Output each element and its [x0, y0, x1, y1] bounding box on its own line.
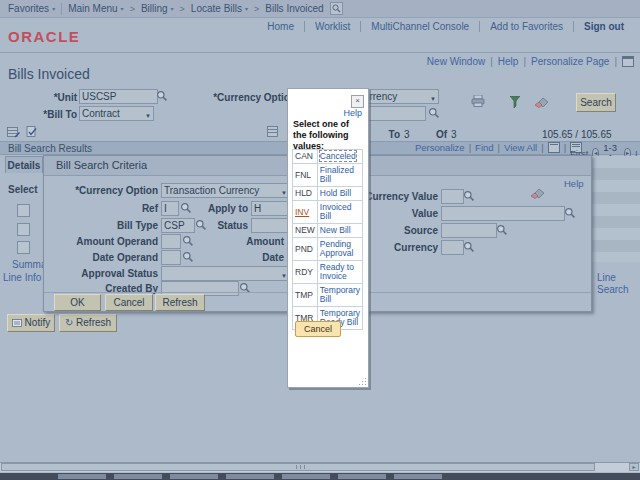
- dlg-amount-operand-input[interactable]: [161, 234, 181, 249]
- grid-action-icon[interactable]: [7, 127, 20, 138]
- notify-button[interactable]: Notify: [7, 314, 55, 332]
- taskbar-item: [114, 474, 162, 479]
- breadcrumb-main-menu[interactable]: Main Menu ▾: [68, 3, 123, 14]
- eraser-icon[interactable]: [534, 97, 549, 108]
- print-icon[interactable]: [471, 95, 485, 107]
- find-link[interactable]: Find: [475, 142, 493, 153]
- value-label[interactable]: New Bill: [320, 225, 351, 235]
- table-row[interactable]: NEW New Bill: [293, 224, 363, 238]
- dlg-ref-input[interactable]: I: [161, 201, 179, 216]
- application-window: Favorites ▾ Main Menu ▾ > Billing ▾ > Lo…: [0, 0, 640, 480]
- dlg-amount-operand-lookup-icon[interactable]: [182, 235, 194, 247]
- dlg-currency-input[interactable]: [441, 240, 464, 255]
- scrollbar-right-arrow[interactable]: ▸: [629, 463, 639, 471]
- table-row[interactable]: CAN Canceled: [293, 150, 363, 164]
- resize-grip[interactable]: [359, 378, 366, 385]
- new-window-link[interactable]: New Window: [427, 56, 485, 67]
- unit-lookup-icon[interactable]: [156, 90, 168, 102]
- personalize-page-link[interactable]: Personalize Page: [531, 56, 609, 67]
- value-label[interactable]: Finalized Bill: [320, 165, 354, 184]
- nav-add-to-favorites[interactable]: Add to Favorites: [480, 21, 573, 32]
- dlg-source-lookup-icon[interactable]: [496, 224, 508, 236]
- search-button[interactable]: Search: [576, 93, 616, 112]
- help-link[interactable]: Help: [498, 56, 519, 67]
- download-grid-icon[interactable]: [267, 126, 278, 137]
- value-label[interactable]: Temporary Bill: [320, 285, 360, 304]
- dropdown-arrow-icon: ▼: [145, 110, 151, 121]
- taskbar-item: [58, 474, 106, 479]
- table-row[interactable]: TMP Temporary Bill: [293, 284, 363, 307]
- dlg-currency-lookup-icon[interactable]: [463, 241, 475, 253]
- value-code: FNL: [295, 170, 311, 180]
- invoice-lookup-icon[interactable]: [428, 107, 440, 119]
- personalize-link[interactable]: Personalize: [415, 142, 465, 153]
- table-row[interactable]: HLD Hold Bill: [293, 187, 363, 201]
- value-code: RDY: [295, 267, 313, 277]
- nav-multichannel-console[interactable]: MultiChannel Console: [361, 21, 479, 32]
- value-label[interactable]: Invoiced Bill: [320, 202, 352, 221]
- breadcrumb-bills-invoiced[interactable]: Bills Invoiced: [265, 3, 323, 14]
- page-check-icon[interactable]: [26, 126, 38, 138]
- value-label[interactable]: Hold Bill: [320, 188, 351, 198]
- dialog-refresh-button[interactable]: Refresh: [155, 294, 205, 311]
- bill-to-label: *Bill To: [0, 108, 77, 121]
- dlg-status-label: Status: [184, 219, 248, 232]
- dialog-help-link[interactable]: Help: [564, 178, 584, 190]
- dlg-date-label: Date: [224, 251, 284, 264]
- dlg-date-operand-input[interactable]: [161, 250, 181, 265]
- to-label: To: [380, 128, 400, 141]
- dlg-source-input[interactable]: [441, 223, 497, 238]
- view-all-link[interactable]: View All: [504, 142, 537, 153]
- results-section-title: Bill Search Results: [8, 142, 92, 155]
- row-checkbox-1[interactable]: [17, 204, 30, 217]
- tab-details[interactable]: Details: [5, 156, 43, 173]
- popup-cancel-button[interactable]: Cancel: [295, 321, 341, 337]
- window-icon[interactable]: [622, 56, 634, 67]
- clear-eraser-icon[interactable]: [530, 188, 545, 199]
- breadcrumb-locate-bills[interactable]: Locate Bills ▾: [191, 3, 248, 14]
- divider: |: [498, 142, 500, 153]
- value-label[interactable]: Ready to Invoice: [320, 262, 354, 281]
- filter-funnel-icon[interactable]: [510, 96, 520, 108]
- line-search-link[interactable]: Line Search: [597, 272, 640, 296]
- unit-input[interactable]: USCSP: [79, 89, 158, 104]
- dlg-value-lookup-icon[interactable]: [564, 207, 576, 219]
- close-icon[interactable]: ×: [351, 95, 364, 108]
- dlg-ref-label: Ref: [108, 202, 158, 215]
- table-row[interactable]: FNL Finalized Bill: [293, 164, 363, 187]
- dlg-date-operand-lookup-icon[interactable]: [182, 251, 194, 263]
- dlg-currency-option-select[interactable]: Transaction Currency▼: [161, 183, 290, 198]
- ok-button[interactable]: OK: [54, 294, 101, 311]
- notify-icon: [12, 319, 22, 327]
- popup-help-link[interactable]: Help: [343, 108, 362, 118]
- nav-worklist[interactable]: Worklist: [305, 21, 360, 32]
- dropdown-arrow-icon: ▼: [430, 93, 436, 104]
- row-checkbox-2[interactable]: [17, 223, 30, 236]
- table-row[interactable]: INV Invoiced Bill: [293, 201, 363, 224]
- nav-sign-out[interactable]: Sign out: [574, 21, 634, 32]
- value-code-current[interactable]: INV: [295, 207, 309, 217]
- refresh-button[interactable]: ↻ Refresh: [59, 314, 117, 332]
- dialog-cancel-button[interactable]: Cancel: [105, 294, 153, 311]
- dlg-currency-value-lookup-icon[interactable]: [463, 190, 475, 202]
- breadcrumb-search-icon[interactable]: [330, 2, 343, 15]
- chevron-down-icon: ▾: [52, 5, 55, 12]
- value-label[interactable]: Pending Approval: [320, 239, 354, 258]
- dlg-approval-status-label: Approval Status: [48, 267, 158, 280]
- table-row[interactable]: RDY Ready to Invoice: [293, 261, 363, 284]
- table-row[interactable]: PND Pending Approval: [293, 238, 363, 261]
- divider: |: [490, 56, 493, 67]
- breadcrumb-separator: >: [254, 4, 259, 14]
- breadcrumb-billing[interactable]: Billing ▾: [141, 3, 174, 14]
- dlg-approval-status-select[interactable]: ▼: [161, 266, 290, 281]
- bill-to-select[interactable]: Contract▼: [79, 106, 154, 121]
- dlg-value-input[interactable]: [441, 206, 565, 221]
- row-checkbox-3[interactable]: [17, 241, 30, 254]
- value-label[interactable]: Canceled: [320, 151, 356, 161]
- breadcrumb-separator: >: [180, 4, 185, 14]
- nav-home[interactable]: Home: [257, 21, 304, 32]
- dlg-currency-value-input[interactable]: [441, 189, 464, 204]
- taskbar-item: [226, 474, 274, 479]
- popout-window-icon[interactable]: [548, 142, 560, 153]
- favorites-menu[interactable]: Favorites ▾: [8, 3, 55, 14]
